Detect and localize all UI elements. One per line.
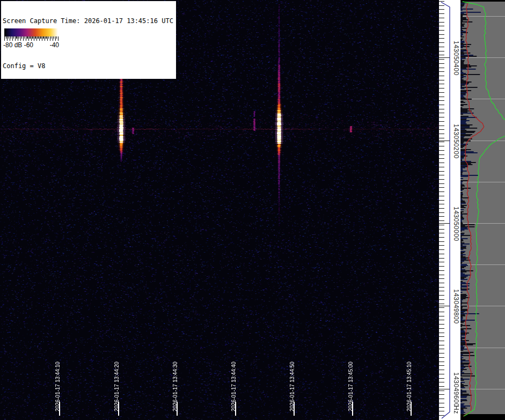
colormap-gradient bbox=[4, 28, 58, 36]
freq-label: 143050200 bbox=[452, 124, 460, 159]
time-label: 2026-01-17 13:44:50 bbox=[294, 350, 302, 420]
capture-time-text: Screen Capture Time: 2026-01-17 13:45:16… bbox=[3, 17, 173, 25]
time-label-text: 2026-01-17 13:44:50 bbox=[289, 362, 295, 411]
time-label-text: 2026-01-17 13:44:00 bbox=[0, 362, 1, 411]
time-label: 2026-01-17 13:44:10 bbox=[59, 350, 68, 420]
time-label-text: 2026-01-17 13:44:40 bbox=[231, 362, 237, 411]
freq-label: 143050400 bbox=[452, 41, 460, 76]
legend-label-right: -40 bbox=[50, 41, 59, 49]
legend-tick-marks-minor bbox=[4, 36, 58, 39]
freq-major-tick bbox=[439, 306, 450, 306]
config-text: Config = V8 bbox=[3, 62, 173, 70]
freq-label: 143050000 bbox=[452, 207, 460, 241]
freq-label: 143049600 bbox=[452, 372, 460, 407]
legend-label-left: -80 dB -60 bbox=[3, 41, 33, 49]
freq-major-tick bbox=[439, 223, 450, 224]
freq-label: 143049800 bbox=[452, 289, 460, 324]
freq-major-tick bbox=[439, 57, 450, 58]
time-label: 2026-01-17 13:44:20 bbox=[118, 350, 127, 420]
spectrum-panel[interactable] bbox=[460, 0, 505, 420]
legend-labels: -80 dB -60 -40 bbox=[3, 41, 59, 49]
time-label-text: 2026-01-17 13:44:10 bbox=[55, 362, 61, 411]
app: { "info_box": { "line1": "Screen Capture… bbox=[0, 0, 505, 420]
time-label: 2026-01-17 13:45:00 bbox=[352, 350, 361, 420]
color-scale-legend: -80 dB -60 -40 bbox=[2, 27, 61, 51]
freq-unit-label: Hz bbox=[452, 406, 460, 414]
time-label: 2026-01-17 13:44:40 bbox=[235, 350, 244, 420]
time-label-text: 2026-01-17 13:45:00 bbox=[348, 362, 354, 411]
freq-major-tick bbox=[439, 141, 450, 141]
time-label: 2026-01-17 13:44:00 bbox=[0, 350, 8, 420]
freq-major-tick bbox=[439, 389, 450, 389]
time-label-text: 2026-01-17 13:44:20 bbox=[114, 362, 120, 411]
time-label: 2026-01-17 13:45:10 bbox=[411, 350, 419, 420]
time-label-text: 2026-01-17 13:44:30 bbox=[172, 362, 178, 411]
time-label-text: 2026-01-17 13:45:10 bbox=[406, 362, 412, 411]
time-label: 2026-01-17 13:44:30 bbox=[177, 350, 185, 420]
